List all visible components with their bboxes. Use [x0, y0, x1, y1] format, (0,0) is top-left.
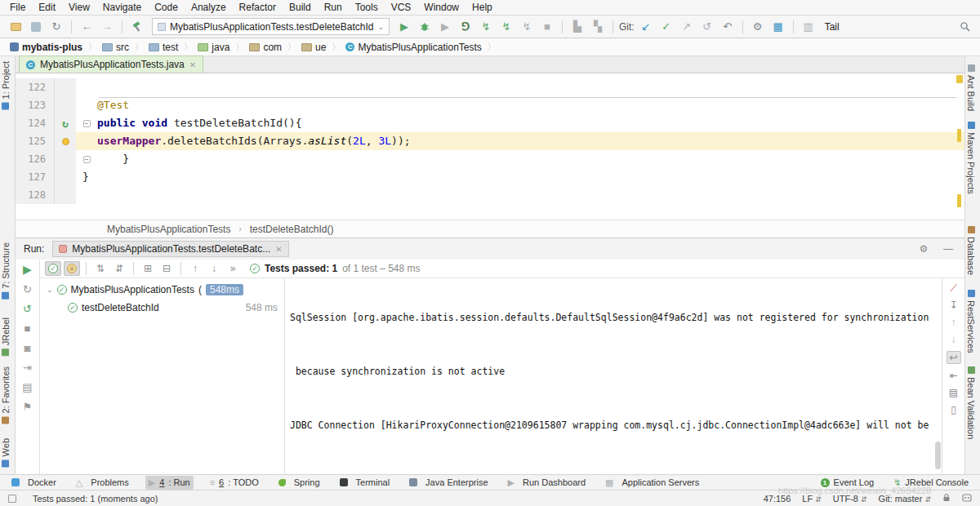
sync-icon[interactable]: ↻ [47, 19, 65, 35]
toolwindow-terminal[interactable]: Terminal [336, 476, 394, 490]
fold-icon[interactable]: − [83, 156, 91, 163]
breadcrumb-src[interactable]: src [100, 42, 131, 53]
more-options-icon[interactable]: » [225, 261, 241, 276]
menu-run[interactable]: Run [318, 1, 349, 14]
toolwindow-run[interactable]: ▶4: Run [145, 476, 194, 490]
menu-edit[interactable]: Edit [32, 1, 62, 14]
pin-tab-button[interactable]: ⚑ [23, 401, 33, 413]
fold-icon[interactable]: − [83, 120, 91, 127]
breadcrumb-method-name[interactable]: testDeleteBatchId() [250, 224, 334, 235]
previous-test-icon[interactable]: ↑ [187, 261, 203, 276]
test-tree-root-row[interactable]: ⌄ ✓ MybatisPlusApplicationTests ( 548ms [40, 281, 284, 299]
search-icon[interactable] [956, 19, 973, 35]
readonly-lock-icon[interactable] [942, 493, 951, 504]
toolwindow-favorites[interactable]: 2: Favorites [1, 366, 11, 424]
git-history-icon[interactable]: ↺ [698, 19, 716, 35]
back-icon[interactable]: ← [78, 19, 96, 35]
wrench-icon[interactable]: ⚙ [749, 19, 767, 35]
close-icon[interactable]: ✕ [189, 60, 196, 69]
next-test-icon[interactable]: ↓ [206, 261, 222, 276]
menu-file[interactable]: File [3, 1, 32, 14]
sort-by-duration-icon[interactable]: ⇵ [111, 261, 127, 276]
jrebel-run-button[interactable]: ↯ [477, 19, 495, 35]
profile-button[interactable]: ⅁ [457, 19, 474, 35]
menu-refactor[interactable]: Refactor [233, 1, 283, 14]
breadcrumb-com[interactable]: com [247, 42, 283, 53]
down-the-stack-trace-icon[interactable]: ↓ [951, 334, 956, 345]
breadcrumb-java[interactable]: java [196, 42, 231, 53]
jrebel-debug-button[interactable]: ↯ [497, 19, 515, 35]
jrebel-console-button[interactable]: ↯JRebel Console [890, 476, 972, 490]
forward-icon[interactable]: → [98, 19, 116, 35]
toolwindow-maven-projects[interactable]: Maven Projects [966, 122, 976, 194]
menu-navigate[interactable]: Navigate [96, 1, 148, 14]
git-commit-icon[interactable]: ✓ [657, 19, 675, 35]
profiler-icon[interactable]: ▙ [568, 19, 586, 35]
git-update-icon[interactable]: ↙ [637, 19, 655, 35]
toolwindow-docker[interactable]: Docker [8, 476, 60, 490]
scroll-to-end-icon[interactable]: ↧ [949, 300, 957, 311]
tail-label[interactable]: Tail [825, 21, 840, 33]
toolwindow-structure[interactable]: 7: Structure [1, 242, 11, 300]
restore-layout-button[interactable]: ▤ [22, 381, 32, 393]
toolwindow-run-dashboard[interactable]: ▶Run Dashboard [505, 476, 590, 490]
test-tree-child-row[interactable]: ✓ testDeleteBatchId 548 ms [40, 299, 284, 317]
menu-code[interactable]: Code [148, 1, 185, 14]
event-log-button[interactable]: 1Event Log [817, 476, 878, 490]
caret-position[interactable]: 47:156 [764, 494, 791, 504]
close-icon[interactable]: ✕ [275, 245, 282, 254]
toolwindow-project[interactable]: 1: Project [1, 61, 11, 109]
toolwindow-java-enterprise[interactable]: Java Enterprise [406, 476, 491, 490]
breadcrumb-project[interactable]: mybatis-plus [8, 42, 84, 53]
settings-gear-icon[interactable]: ⚙ [915, 242, 932, 256]
intention-bulb-icon[interactable] [62, 138, 69, 145]
dump-threads-button[interactable]: ◙ [24, 342, 31, 354]
menu-vcs[interactable]: VCS [385, 1, 418, 14]
debug-button[interactable] [416, 19, 434, 35]
run-configuration-select[interactable]: MybatisPlusApplicationTests.testDeleteBa… [152, 18, 390, 35]
soft-wrap-toggle[interactable]: ↩ [947, 351, 961, 364]
console-scrollbar-thumb[interactable] [935, 442, 941, 469]
open-icon[interactable] [7, 19, 24, 35]
inspection-profile-icon[interactable] [962, 493, 972, 504]
git-branch-select[interactable]: Git: master ⇵ [879, 494, 931, 504]
run-button[interactable]: ▶ [395, 19, 413, 35]
breadcrumb-class-name[interactable]: MybatisPlusApplicationTests [107, 224, 230, 235]
toolwindow-ant-build[interactable]: Ant Build [966, 64, 976, 111]
line-ending-select[interactable]: LF ⇵ [802, 494, 821, 504]
menu-analyze[interactable]: Analyze [185, 1, 233, 14]
git-rollback-icon[interactable]: ↶ [719, 19, 737, 35]
jrebel-gray-button[interactable]: ↯ [518, 19, 536, 35]
breadcrumb-ue[interactable]: ue [300, 42, 327, 53]
print-icon[interactable]: ▤ [949, 387, 958, 398]
test-console-output[interactable]: SqlSession [org.apache.ibatis.session.de… [285, 278, 942, 474]
rerun-failed-tests-button[interactable]: ↻ [23, 283, 32, 295]
run-coverage-button[interactable]: ▶ [436, 19, 454, 35]
chevron-down-icon[interactable]: ⌄ [47, 286, 53, 294]
stop-process-button[interactable]: ■ [24, 322, 31, 335]
breadcrumb-class[interactable]: C MybatisPlusApplicationTests [344, 42, 483, 53]
toolwindow-web[interactable]: Web [1, 438, 11, 467]
menu-build[interactable]: Build [283, 1, 318, 14]
run-test-gutter-icon[interactable]: ↻ [62, 118, 69, 130]
save-all-icon[interactable]: ▥ [800, 19, 817, 35]
attach-debugger-button[interactable]: ⇥ [23, 362, 32, 374]
sort-alphabetically-icon[interactable]: ⇅ [92, 261, 109, 276]
encoding-select[interactable]: UTF-8 ⇵ [833, 494, 867, 504]
save-icon[interactable] [27, 19, 45, 35]
git-push-icon[interactable]: ↗ [678, 19, 696, 35]
editor-tab[interactable]: C MybatisPlusApplicationTests.java ✕ [19, 55, 203, 73]
stop-button[interactable]: ■ [538, 19, 556, 35]
jrebel-rerun-button[interactable]: ↺ [23, 303, 32, 315]
code-editor[interactable]: 122 123 @Test 124 ↻ −public void testDel… [16, 73, 964, 220]
toolwindow-todo[interactable]: ≡6: TODO [207, 476, 262, 490]
run-tab[interactable]: MybatisPlusApplicationTests.testDeleteBa… [52, 241, 288, 257]
breadcrumb-test[interactable]: test [147, 42, 180, 53]
profiler-icon-2[interactable]: ▚ [589, 19, 607, 35]
menu-help[interactable]: Help [466, 1, 499, 14]
toolwindow-bean-validation[interactable]: Bean Validation [966, 366, 976, 439]
build-hammer-icon[interactable] [128, 19, 146, 35]
show-ignored-toggle[interactable]: ≡ [64, 261, 80, 276]
toolwindow-problems[interactable]: △Problems [73, 476, 132, 490]
toolwindow-spring[interactable]: Spring [275, 476, 323, 490]
